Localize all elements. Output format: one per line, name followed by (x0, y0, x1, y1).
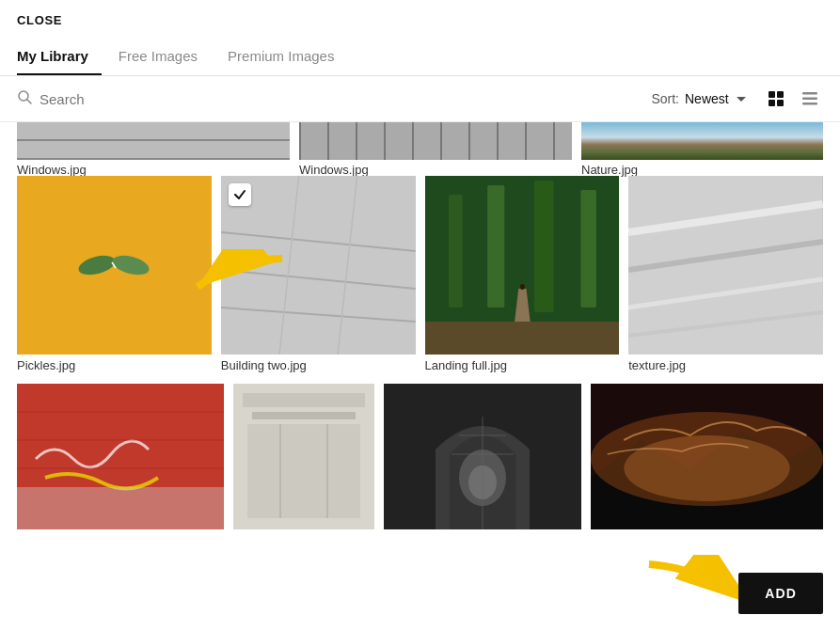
image-name: Landing full.jpg (425, 358, 620, 372)
svg-point-9 (77, 252, 118, 278)
tab-my-library[interactable]: My Library (17, 40, 102, 75)
list-item[interactable] (591, 384, 823, 529)
sort-label: Sort: (651, 91, 679, 106)
grid-view-button[interactable] (763, 87, 789, 110)
add-button[interactable]: ADD (738, 573, 823, 614)
svg-line-1 (27, 100, 31, 103)
bottom-grid-row (17, 384, 823, 529)
svg-rect-22 (580, 190, 596, 308)
list-item[interactable]: Pickles.jpg (17, 176, 212, 380)
svg-rect-19 (448, 195, 462, 308)
toolbar: Sort: Newest Oldest Name (0, 76, 840, 122)
image-name: texture.jpg (628, 358, 823, 372)
list-item[interactable] (233, 384, 374, 529)
list-item[interactable]: texture.jpg (628, 176, 823, 380)
svg-rect-38 (252, 412, 356, 419)
svg-rect-7 (802, 98, 817, 101)
sort-wrapper: Sort: Newest Oldest Name (651, 91, 748, 106)
close-button[interactable]: CLOSE (17, 9, 62, 37)
search-icon (17, 89, 32, 108)
svg-rect-8 (802, 103, 817, 105)
svg-point-10 (111, 252, 151, 278)
svg-rect-39 (247, 424, 360, 518)
main-grid-row: Pickles.jpg Buildi (17, 176, 823, 380)
list-item[interactable]: Landing full.jpg (425, 176, 620, 380)
image-name: Windows.jpg (299, 163, 572, 177)
svg-rect-3 (777, 91, 784, 98)
header: CLOSE My Library Free Images Premium Ima… (0, 0, 840, 76)
svg-rect-37 (243, 393, 365, 407)
sort-dropdown-wrap: Newest Oldest Name (685, 91, 748, 106)
tab-premium-images[interactable]: Premium Images (228, 40, 347, 75)
search-input[interactable] (40, 91, 190, 107)
svg-rect-6 (802, 92, 817, 95)
image-name: Pickles.jpg (17, 358, 212, 372)
svg-rect-5 (777, 100, 784, 106)
list-item[interactable] (17, 384, 224, 529)
svg-rect-20 (487, 185, 504, 308)
view-icons (763, 87, 823, 110)
svg-rect-2 (769, 91, 775, 98)
list-item[interactable] (384, 384, 581, 529)
checkbox-overlay[interactable] (229, 183, 251, 206)
list-item[interactable]: Building two.jpg (221, 176, 416, 380)
svg-rect-4 (769, 100, 775, 106)
svg-point-25 (519, 284, 524, 290)
svg-rect-32 (17, 487, 224, 529)
tab-free-images[interactable]: Free Images (119, 40, 211, 75)
tabs-container: My Library Free Images Premium Images (17, 40, 823, 75)
svg-rect-21 (533, 181, 553, 312)
sort-select[interactable]: Newest Oldest Name (685, 91, 748, 106)
search-wrapper (17, 89, 651, 108)
image-name: Building two.jpg (221, 358, 416, 372)
image-name: Windows.jpg (17, 163, 290, 177)
list-view-button[interactable] (797, 87, 823, 110)
image-name: Nature.jpg (581, 163, 823, 177)
gallery: Windows.jpg Windows.jpg Nature.jpg Pickl… (0, 122, 840, 529)
svg-rect-24 (425, 322, 620, 355)
